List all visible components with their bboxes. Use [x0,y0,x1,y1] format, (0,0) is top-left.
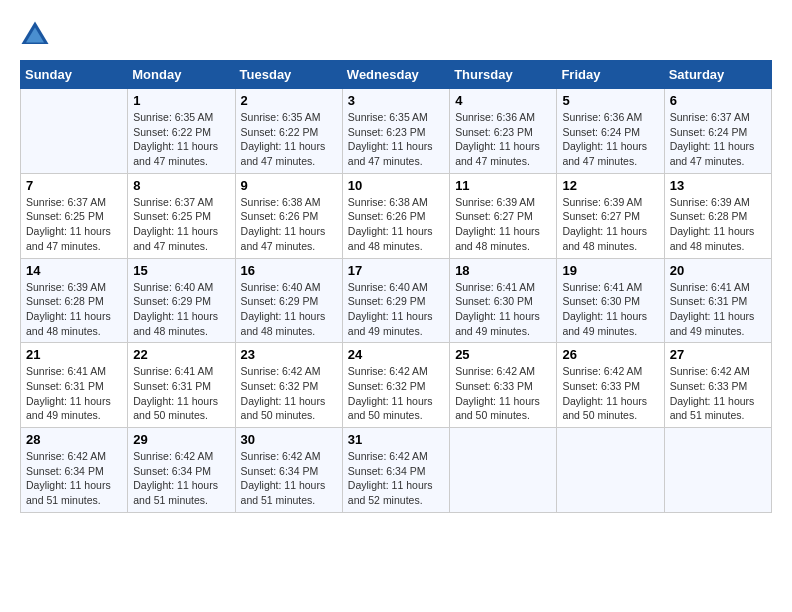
day-info: Sunrise: 6:36 AMSunset: 6:23 PMDaylight:… [455,110,551,169]
calendar-cell: 5Sunrise: 6:36 AMSunset: 6:24 PMDaylight… [557,89,664,174]
calendar-cell: 6Sunrise: 6:37 AMSunset: 6:24 PMDaylight… [664,89,771,174]
day-number: 31 [348,432,444,447]
calendar-dow-monday: Monday [128,61,235,89]
calendar-week-5: 28Sunrise: 6:42 AMSunset: 6:34 PMDayligh… [21,428,772,513]
calendar-cell: 15Sunrise: 6:40 AMSunset: 6:29 PMDayligh… [128,258,235,343]
calendar-cell: 20Sunrise: 6:41 AMSunset: 6:31 PMDayligh… [664,258,771,343]
calendar-week-2: 7Sunrise: 6:37 AMSunset: 6:25 PMDaylight… [21,173,772,258]
calendar-cell: 11Sunrise: 6:39 AMSunset: 6:27 PMDayligh… [450,173,557,258]
day-number: 16 [241,263,337,278]
day-number: 3 [348,93,444,108]
calendar-cell: 31Sunrise: 6:42 AMSunset: 6:34 PMDayligh… [342,428,449,513]
day-number: 25 [455,347,551,362]
day-number: 20 [670,263,766,278]
calendar-cell: 17Sunrise: 6:40 AMSunset: 6:29 PMDayligh… [342,258,449,343]
day-info: Sunrise: 6:41 AMSunset: 6:31 PMDaylight:… [26,364,122,423]
day-info: Sunrise: 6:37 AMSunset: 6:25 PMDaylight:… [26,195,122,254]
calendar-cell: 27Sunrise: 6:42 AMSunset: 6:33 PMDayligh… [664,343,771,428]
calendar-cell: 28Sunrise: 6:42 AMSunset: 6:34 PMDayligh… [21,428,128,513]
day-number: 17 [348,263,444,278]
day-number: 23 [241,347,337,362]
calendar-cell: 19Sunrise: 6:41 AMSunset: 6:30 PMDayligh… [557,258,664,343]
day-number: 18 [455,263,551,278]
day-number: 15 [133,263,229,278]
day-number: 5 [562,93,658,108]
day-info: Sunrise: 6:41 AMSunset: 6:31 PMDaylight:… [133,364,229,423]
day-info: Sunrise: 6:35 AMSunset: 6:23 PMDaylight:… [348,110,444,169]
day-number: 6 [670,93,766,108]
calendar-cell: 21Sunrise: 6:41 AMSunset: 6:31 PMDayligh… [21,343,128,428]
day-info: Sunrise: 6:41 AMSunset: 6:30 PMDaylight:… [562,280,658,339]
day-info: Sunrise: 6:35 AMSunset: 6:22 PMDaylight:… [133,110,229,169]
day-info: Sunrise: 6:41 AMSunset: 6:31 PMDaylight:… [670,280,766,339]
day-info: Sunrise: 6:39 AMSunset: 6:28 PMDaylight:… [26,280,122,339]
calendar-cell: 2Sunrise: 6:35 AMSunset: 6:22 PMDaylight… [235,89,342,174]
day-info: Sunrise: 6:42 AMSunset: 6:32 PMDaylight:… [241,364,337,423]
logo [20,20,52,50]
day-number: 29 [133,432,229,447]
day-info: Sunrise: 6:40 AMSunset: 6:29 PMDaylight:… [133,280,229,339]
calendar-cell: 30Sunrise: 6:42 AMSunset: 6:34 PMDayligh… [235,428,342,513]
day-number: 4 [455,93,551,108]
calendar-cell [557,428,664,513]
day-info: Sunrise: 6:42 AMSunset: 6:33 PMDaylight:… [562,364,658,423]
day-number: 2 [241,93,337,108]
day-number: 9 [241,178,337,193]
day-number: 21 [26,347,122,362]
calendar-dow-saturday: Saturday [664,61,771,89]
calendar-cell: 29Sunrise: 6:42 AMSunset: 6:34 PMDayligh… [128,428,235,513]
calendar-cell: 3Sunrise: 6:35 AMSunset: 6:23 PMDaylight… [342,89,449,174]
day-number: 1 [133,93,229,108]
calendar-week-4: 21Sunrise: 6:41 AMSunset: 6:31 PMDayligh… [21,343,772,428]
calendar-cell: 18Sunrise: 6:41 AMSunset: 6:30 PMDayligh… [450,258,557,343]
day-info: Sunrise: 6:41 AMSunset: 6:30 PMDaylight:… [455,280,551,339]
day-info: Sunrise: 6:40 AMSunset: 6:29 PMDaylight:… [348,280,444,339]
day-info: Sunrise: 6:37 AMSunset: 6:24 PMDaylight:… [670,110,766,169]
day-number: 24 [348,347,444,362]
calendar-dow-thursday: Thursday [450,61,557,89]
calendar-cell: 23Sunrise: 6:42 AMSunset: 6:32 PMDayligh… [235,343,342,428]
calendar-week-3: 14Sunrise: 6:39 AMSunset: 6:28 PMDayligh… [21,258,772,343]
day-number: 13 [670,178,766,193]
calendar-cell: 16Sunrise: 6:40 AMSunset: 6:29 PMDayligh… [235,258,342,343]
day-number: 7 [26,178,122,193]
calendar-cell: 26Sunrise: 6:42 AMSunset: 6:33 PMDayligh… [557,343,664,428]
calendar-cell: 7Sunrise: 6:37 AMSunset: 6:25 PMDaylight… [21,173,128,258]
day-info: Sunrise: 6:42 AMSunset: 6:34 PMDaylight:… [241,449,337,508]
day-number: 14 [26,263,122,278]
calendar-cell: 25Sunrise: 6:42 AMSunset: 6:33 PMDayligh… [450,343,557,428]
day-number: 27 [670,347,766,362]
day-info: Sunrise: 6:38 AMSunset: 6:26 PMDaylight:… [241,195,337,254]
day-info: Sunrise: 6:40 AMSunset: 6:29 PMDaylight:… [241,280,337,339]
calendar-cell: 14Sunrise: 6:39 AMSunset: 6:28 PMDayligh… [21,258,128,343]
day-info: Sunrise: 6:42 AMSunset: 6:34 PMDaylight:… [133,449,229,508]
day-number: 26 [562,347,658,362]
calendar-dow-sunday: Sunday [21,61,128,89]
day-info: Sunrise: 6:39 AMSunset: 6:27 PMDaylight:… [562,195,658,254]
day-info: Sunrise: 6:35 AMSunset: 6:22 PMDaylight:… [241,110,337,169]
calendar-week-1: 1Sunrise: 6:35 AMSunset: 6:22 PMDaylight… [21,89,772,174]
page-header [20,20,772,50]
calendar-cell [21,89,128,174]
calendar-cell: 9Sunrise: 6:38 AMSunset: 6:26 PMDaylight… [235,173,342,258]
day-info: Sunrise: 6:42 AMSunset: 6:33 PMDaylight:… [455,364,551,423]
day-number: 30 [241,432,337,447]
calendar-header-row: SundayMondayTuesdayWednesdayThursdayFrid… [21,61,772,89]
day-info: Sunrise: 6:36 AMSunset: 6:24 PMDaylight:… [562,110,658,169]
calendar-dow-friday: Friday [557,61,664,89]
day-number: 12 [562,178,658,193]
day-number: 22 [133,347,229,362]
day-number: 19 [562,263,658,278]
calendar-cell: 12Sunrise: 6:39 AMSunset: 6:27 PMDayligh… [557,173,664,258]
day-info: Sunrise: 6:39 AMSunset: 6:27 PMDaylight:… [455,195,551,254]
calendar-cell: 10Sunrise: 6:38 AMSunset: 6:26 PMDayligh… [342,173,449,258]
day-number: 8 [133,178,229,193]
day-number: 28 [26,432,122,447]
calendar-cell: 1Sunrise: 6:35 AMSunset: 6:22 PMDaylight… [128,89,235,174]
day-info: Sunrise: 6:42 AMSunset: 6:34 PMDaylight:… [26,449,122,508]
day-number: 10 [348,178,444,193]
day-info: Sunrise: 6:42 AMSunset: 6:32 PMDaylight:… [348,364,444,423]
day-info: Sunrise: 6:42 AMSunset: 6:34 PMDaylight:… [348,449,444,508]
calendar-cell [450,428,557,513]
calendar-table: SundayMondayTuesdayWednesdayThursdayFrid… [20,60,772,513]
